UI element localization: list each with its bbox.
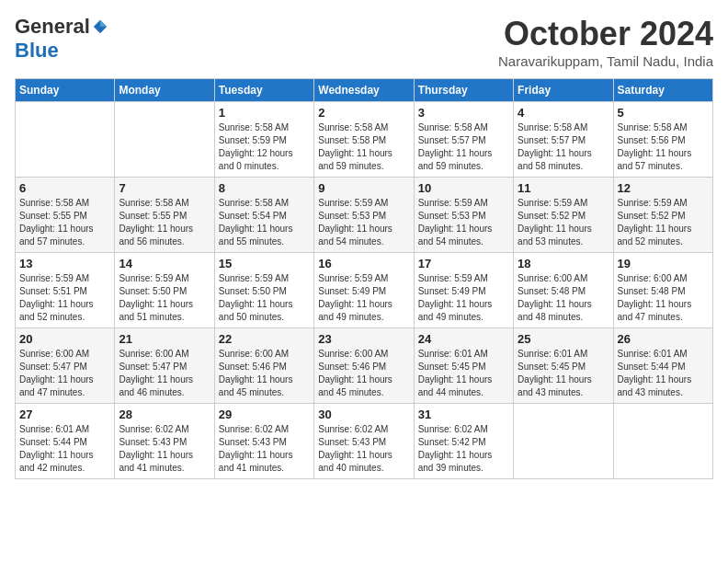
calendar-day-header: Thursday xyxy=(414,79,513,102)
day-info: Sunrise: 5:59 AM Sunset: 5:51 PM Dayligh… xyxy=(19,272,110,324)
day-number: 3 xyxy=(418,106,509,120)
day-info: Sunrise: 6:01 AM Sunset: 5:45 PM Dayligh… xyxy=(418,348,509,399)
day-number: 19 xyxy=(618,257,709,270)
calendar-cell: 18Sunrise: 6:00 AM Sunset: 5:48 PM Dayli… xyxy=(514,253,613,328)
calendar-cell: 29Sunrise: 6:02 AM Sunset: 5:43 PM Dayli… xyxy=(214,404,313,479)
calendar-cell xyxy=(514,404,613,479)
day-info: Sunrise: 5:58 AM Sunset: 5:56 PM Dayligh… xyxy=(618,121,709,173)
day-info: Sunrise: 6:01 AM Sunset: 5:44 PM Dayligh… xyxy=(19,423,110,475)
calendar-cell: 7Sunrise: 5:58 AM Sunset: 5:55 PM Daylig… xyxy=(115,178,214,253)
calendar-cell: 3Sunrise: 5:58 AM Sunset: 5:57 PM Daylig… xyxy=(414,102,513,178)
calendar-week-row: 27Sunrise: 6:01 AM Sunset: 5:44 PM Dayli… xyxy=(16,404,713,479)
logo-icon xyxy=(92,18,108,35)
day-info: Sunrise: 6:00 AM Sunset: 5:47 PM Dayligh… xyxy=(19,348,110,399)
day-info: Sunrise: 5:58 AM Sunset: 5:59 PM Dayligh… xyxy=(219,121,310,173)
day-number: 30 xyxy=(318,408,409,421)
day-number: 11 xyxy=(518,181,609,195)
logo-general: General xyxy=(15,15,90,39)
calendar-week-row: 6Sunrise: 5:58 AM Sunset: 5:55 PM Daylig… xyxy=(16,178,713,253)
calendar-week-row: 1Sunrise: 5:58 AM Sunset: 5:59 PM Daylig… xyxy=(16,102,713,178)
calendar-cell: 22Sunrise: 6:00 AM Sunset: 5:46 PM Dayli… xyxy=(214,328,313,404)
calendar-day-header: Sunday xyxy=(16,79,115,102)
calendar-cell: 31Sunrise: 6:02 AM Sunset: 5:42 PM Dayli… xyxy=(414,404,513,479)
day-number: 17 xyxy=(418,257,509,270)
calendar-week-row: 20Sunrise: 6:00 AM Sunset: 5:47 PM Dayli… xyxy=(16,328,713,404)
calendar-cell: 21Sunrise: 6:00 AM Sunset: 5:47 PM Dayli… xyxy=(115,328,214,404)
calendar-day-header: Saturday xyxy=(613,79,712,102)
day-number: 18 xyxy=(518,257,609,270)
calendar-cell: 1Sunrise: 5:58 AM Sunset: 5:59 PM Daylig… xyxy=(214,102,313,178)
day-info: Sunrise: 6:01 AM Sunset: 5:45 PM Dayligh… xyxy=(518,348,609,399)
month-title: October 2024 xyxy=(498,15,713,53)
calendar-cell: 2Sunrise: 5:58 AM Sunset: 5:58 PM Daylig… xyxy=(314,102,414,178)
day-info: Sunrise: 6:02 AM Sunset: 5:43 PM Dayligh… xyxy=(318,423,409,475)
day-number: 16 xyxy=(318,257,409,270)
day-info: Sunrise: 5:58 AM Sunset: 5:55 PM Dayligh… xyxy=(119,197,210,248)
day-info: Sunrise: 5:59 AM Sunset: 5:50 PM Dayligh… xyxy=(219,272,310,324)
day-info: Sunrise: 6:00 AM Sunset: 5:46 PM Dayligh… xyxy=(219,348,310,399)
calendar-week-row: 13Sunrise: 5:59 AM Sunset: 5:51 PM Dayli… xyxy=(16,253,713,328)
day-info: Sunrise: 5:58 AM Sunset: 5:57 PM Dayligh… xyxy=(418,121,509,173)
calendar-day-header: Tuesday xyxy=(214,79,313,102)
day-number: 20 xyxy=(19,332,110,346)
calendar-cell xyxy=(613,404,712,479)
day-info: Sunrise: 5:59 AM Sunset: 5:52 PM Dayligh… xyxy=(618,197,709,248)
day-number: 27 xyxy=(19,408,110,421)
day-number: 29 xyxy=(219,408,310,421)
location: Naravarikuppam, Tamil Nadu, India xyxy=(498,53,713,69)
day-number: 2 xyxy=(318,106,409,120)
logo-blue: Blue xyxy=(15,39,59,62)
calendar-cell: 14Sunrise: 5:59 AM Sunset: 5:50 PM Dayli… xyxy=(115,253,214,328)
day-number: 14 xyxy=(119,257,210,270)
day-info: Sunrise: 6:01 AM Sunset: 5:44 PM Dayligh… xyxy=(618,348,709,399)
logo: General Blue xyxy=(15,15,108,63)
day-number: 1 xyxy=(219,106,310,120)
calendar-cell: 5Sunrise: 5:58 AM Sunset: 5:56 PM Daylig… xyxy=(613,102,712,178)
calendar-day-header: Monday xyxy=(115,79,214,102)
day-info: Sunrise: 5:59 AM Sunset: 5:50 PM Dayligh… xyxy=(119,272,210,324)
day-number: 24 xyxy=(418,332,509,346)
calendar-cell: 11Sunrise: 5:59 AM Sunset: 5:52 PM Dayli… xyxy=(514,178,613,253)
calendar-cell: 16Sunrise: 5:59 AM Sunset: 5:49 PM Dayli… xyxy=(314,253,414,328)
day-number: 12 xyxy=(618,181,709,195)
day-number: 21 xyxy=(119,332,210,346)
calendar-cell: 19Sunrise: 6:00 AM Sunset: 5:48 PM Dayli… xyxy=(613,253,712,328)
day-number: 28 xyxy=(119,408,210,421)
day-number: 5 xyxy=(618,106,709,120)
calendar-cell: 8Sunrise: 5:58 AM Sunset: 5:54 PM Daylig… xyxy=(214,178,313,253)
calendar-cell: 17Sunrise: 5:59 AM Sunset: 5:49 PM Dayli… xyxy=(414,253,513,328)
calendar-cell xyxy=(16,102,115,178)
calendar-cell: 30Sunrise: 6:02 AM Sunset: 5:43 PM Dayli… xyxy=(314,404,414,479)
day-info: Sunrise: 6:00 AM Sunset: 5:48 PM Dayligh… xyxy=(518,272,609,324)
day-info: Sunrise: 5:58 AM Sunset: 5:57 PM Dayligh… xyxy=(518,121,609,173)
day-number: 7 xyxy=(119,181,210,195)
day-info: Sunrise: 5:58 AM Sunset: 5:58 PM Dayligh… xyxy=(318,121,409,173)
calendar-cell: 26Sunrise: 6:01 AM Sunset: 5:44 PM Dayli… xyxy=(613,328,712,404)
calendar-cell: 23Sunrise: 6:00 AM Sunset: 5:46 PM Dayli… xyxy=(314,328,414,404)
day-info: Sunrise: 6:00 AM Sunset: 5:47 PM Dayligh… xyxy=(119,348,210,399)
day-number: 31 xyxy=(418,408,509,421)
day-info: Sunrise: 5:58 AM Sunset: 5:54 PM Dayligh… xyxy=(219,197,310,248)
day-number: 9 xyxy=(318,181,409,195)
day-number: 23 xyxy=(318,332,409,346)
calendar-cell: 10Sunrise: 5:59 AM Sunset: 5:53 PM Dayli… xyxy=(414,178,513,253)
day-number: 13 xyxy=(19,257,110,270)
day-number: 10 xyxy=(418,181,509,195)
calendar-cell: 25Sunrise: 6:01 AM Sunset: 5:45 PM Dayli… xyxy=(514,328,613,404)
calendar-header-row: SundayMondayTuesdayWednesdayThursdayFrid… xyxy=(16,79,713,102)
calendar-day-header: Friday xyxy=(514,79,613,102)
day-number: 22 xyxy=(219,332,310,346)
calendar-cell xyxy=(115,102,214,178)
day-number: 25 xyxy=(518,332,609,346)
calendar-day-header: Wednesday xyxy=(314,79,414,102)
calendar-cell: 12Sunrise: 5:59 AM Sunset: 5:52 PM Dayli… xyxy=(613,178,712,253)
day-number: 26 xyxy=(618,332,709,346)
day-info: Sunrise: 6:02 AM Sunset: 5:43 PM Dayligh… xyxy=(219,423,310,475)
page-header: General Blue October 2024 Naravarikuppam… xyxy=(15,15,713,69)
calendar-cell: 9Sunrise: 5:59 AM Sunset: 5:53 PM Daylig… xyxy=(314,178,414,253)
day-info: Sunrise: 5:58 AM Sunset: 5:55 PM Dayligh… xyxy=(19,197,110,248)
calendar-cell: 4Sunrise: 5:58 AM Sunset: 5:57 PM Daylig… xyxy=(514,102,613,178)
day-info: Sunrise: 5:59 AM Sunset: 5:49 PM Dayligh… xyxy=(418,272,509,324)
day-info: Sunrise: 6:02 AM Sunset: 5:43 PM Dayligh… xyxy=(119,423,210,475)
calendar-cell: 27Sunrise: 6:01 AM Sunset: 5:44 PM Dayli… xyxy=(16,404,115,479)
